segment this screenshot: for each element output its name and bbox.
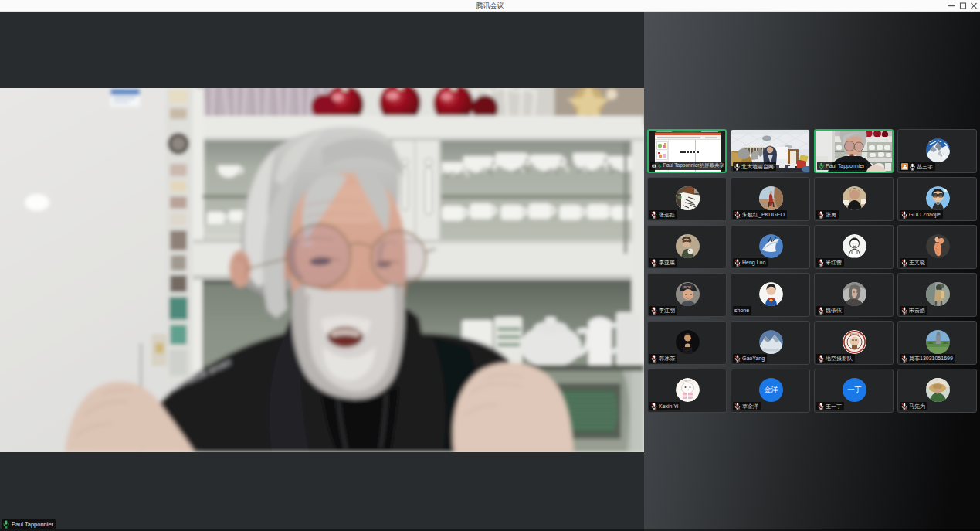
svg-text:RCM: RCM <box>683 285 690 289</box>
svg-text:HAPPY: HAPPY <box>683 380 691 383</box>
svg-text:PEKING: PEKING <box>850 333 860 336</box>
